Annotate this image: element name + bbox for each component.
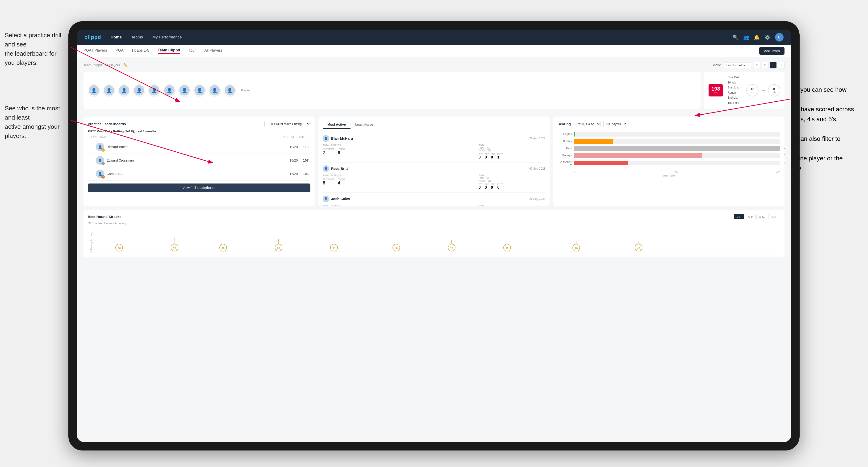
total-rounds-group-2: Total Rounds Tournament8 Practice4 (323, 174, 408, 186)
subnav-allplayers[interactable]: All Players (205, 49, 222, 54)
streak-dot-3: 6x (219, 237, 227, 251)
lb-avatar-3: 👤 3 (96, 169, 104, 178)
total-practice-group-3: Total Practice Activities OTT0 APP0 ARG0… (478, 205, 479, 206)
subnav-pga[interactable]: PGA (116, 49, 124, 54)
player-avatar[interactable]: 👤 (118, 85, 130, 96)
bar-fill-birdies (574, 139, 613, 144)
player-avatar[interactable]: 👤 (179, 85, 190, 96)
player-avatar[interactable]: 👤 (164, 85, 175, 96)
drill-select[interactable]: PUTT Must Make Putting... (265, 121, 310, 127)
avatar[interactable]: U (775, 33, 783, 41)
bottom-grid: Practice Leaderboards PUTT Must Make Put… (84, 117, 784, 206)
total-rounds-group: Total Rounds Tournament 7 Practice 6 (323, 144, 408, 155)
view-list[interactable]: ☰ (770, 62, 776, 68)
bar-row-bogeys: Bogeys 311 (558, 153, 780, 158)
lb-row: 👤 🥇 Richard Butler 19/20 110 (88, 140, 310, 154)
show-period-select[interactable]: Last 3 months Last 6 months Last year (724, 62, 751, 68)
x-axis: 0 200 400 (558, 171, 780, 174)
subnav-teamclippd[interactable]: Team Clippd (158, 48, 180, 54)
view-full-leaderboard-button[interactable]: View Full Leaderboard (88, 184, 310, 192)
par-filter-select[interactable]: Par 3, 4 & 5s Par 3s Par 4s Par 5s (574, 121, 600, 127)
x-axis-label: Total Shots (558, 175, 780, 177)
edit-icon[interactable]: ✏️ (124, 63, 128, 67)
pac-header-3: 👤 Josh Coles 26 Aug 2023 (323, 195, 545, 202)
main-content: Team Clippd 14 Players ✏️ Show: Last 3 m… (77, 57, 791, 442)
players-label: Players (241, 89, 250, 92)
subnav-pgat[interactable]: PGAT Players (84, 49, 107, 54)
nav-link-myperformance[interactable]: My Performance (152, 35, 182, 40)
player-avatar[interactable]: 👤 (88, 85, 99, 96)
shot-circle-start: 16 yds (746, 84, 758, 96)
streak-dot-6: 4x (393, 240, 400, 251)
player-avatar[interactable]: 👤 (103, 85, 115, 96)
panel-title: Practice Leaderboards (88, 122, 126, 126)
bar-row-birdies: Birdies 96 (558, 139, 780, 144)
ott-button[interactable]: OTT (734, 214, 744, 219)
streaks-title: Best Round Streaks (88, 215, 121, 219)
show-controls: Show: Last 3 months Last 6 months Last y… (712, 62, 784, 68)
subnav-tour[interactable]: Tour (188, 49, 196, 54)
nav-link-teams[interactable]: Teams (131, 35, 143, 40)
search-icon[interactable]: 🔍 (733, 34, 739, 40)
nav-link-home[interactable]: Home (111, 35, 122, 40)
player-avatar[interactable]: 👤 (209, 85, 220, 96)
nav-logo: clippd (85, 34, 101, 40)
players-strip: 👤 👤 👤 👤 👤 👤 👤 👤 👤 👤 Players (84, 72, 701, 109)
player-avatar[interactable]: 👤 (224, 85, 236, 96)
view-sort[interactable]: ↕ (778, 62, 784, 68)
shot-circles: 16 yds → 0 yds (746, 84, 780, 96)
streak-dot-2: 6x (171, 237, 178, 251)
streaks-header: Best Round Streaks OTT APP ARG PUTT (88, 214, 780, 219)
team-header: Team Clippd 14 Players ✏️ Show: Last 3 m… (84, 62, 784, 68)
streak-dot-8: 4x (503, 240, 511, 251)
player-avatar[interactable]: 👤 (133, 85, 145, 96)
scoring-header: Scoring Par 3, 4 & 5s Par 3s Par 4s Par … (558, 121, 780, 127)
streak-dot-1: 7x (115, 235, 123, 251)
silver-badge: 2 (101, 162, 105, 165)
app-button[interactable]: APP (745, 214, 755, 219)
streaks-subtitle: Off The Tee, Fairway Accuracy (88, 222, 780, 225)
lb-avatar-2: 👤 2 (96, 156, 104, 165)
tablet-screen: clippd Home Teams My Performance 🔍 👥 🔔 ⚙… (77, 30, 791, 442)
lb-row: 👤 2 Edward Crossman 18/20 107 (88, 154, 310, 167)
pac-avatar-1: 👤 (323, 135, 329, 142)
view-grid-large[interactable]: ⊟ (762, 62, 769, 68)
activity-card-1: 👤 Blair McHarg 26 Aug 2023 Total Rounds … (323, 132, 545, 162)
arg-button[interactable]: ARG (756, 214, 767, 219)
activity-card-3: 👤 Josh Coles 26 Aug 2023 Total Rounds To… (323, 193, 545, 206)
tab-most-active[interactable]: Most Active (323, 121, 350, 129)
player-avatar[interactable]: 👤 (194, 85, 205, 96)
lb-header: PLAYER NAME PB SCORE PB AVG SQ (88, 136, 310, 138)
add-team-button[interactable]: Add Team (759, 47, 784, 55)
player-filter-select[interactable]: All Players (603, 121, 627, 127)
subnav-right: Add Team (759, 47, 784, 55)
streaks-chart: 7x 6x 6x 5x (88, 228, 780, 256)
y-axis-label: % Fairway Accuracy (90, 231, 93, 253)
shot-info: Shot Dist: 16 yds Start Lie: Rough End L… (728, 75, 742, 106)
streak-dot-7: 4x (448, 240, 456, 251)
bar-row-dbogeys: D. Bogeys + 131 (558, 160, 780, 166)
settings-icon[interactable]: ⚙️ (765, 34, 770, 40)
streak-dot-10: 3x (635, 242, 642, 251)
view-grid-small[interactable]: ⊞ (754, 62, 761, 68)
streak-dot-9: 3x (572, 242, 580, 251)
putt-button[interactable]: PUTT (768, 214, 780, 219)
annotation-bottom-left: See who is the most and least active amo… (5, 104, 66, 141)
shot-circle-end: 0 yds (768, 84, 780, 96)
people-icon[interactable]: 👥 (743, 34, 749, 40)
tab-least-active[interactable]: Least Active (350, 121, 378, 129)
annotation-top-left: Select a practice drill and see the lead… (5, 31, 66, 67)
total-practice-group-2: Total Practice Activities OTT0 APP0 ARG0… (478, 174, 479, 190)
subnav-hcaps[interactable]: Hcaps 1-5 (132, 49, 149, 54)
bell-icon[interactable]: 🔔 (754, 34, 760, 40)
pac-header-1: 👤 Blair McHarg 26 Aug 2023 (323, 135, 545, 142)
bar-fill-pars (574, 146, 780, 151)
bar-fill-bogeys (574, 153, 702, 158)
activity-panel: Most Active Least Active 👤 Blair McHarg … (318, 117, 550, 206)
scoring-title: Scoring (558, 122, 571, 126)
total-practice-group: Total Practice Activities OTT0 APP0 ARG0… (478, 144, 479, 159)
bar-row-eagles: Eagles 3 (558, 132, 780, 136)
team-title: Team Clippd 14 Players (84, 63, 120, 67)
shot-yardage: 198 YD (709, 84, 723, 96)
player-avatar[interactable]: 👤 (149, 85, 160, 96)
